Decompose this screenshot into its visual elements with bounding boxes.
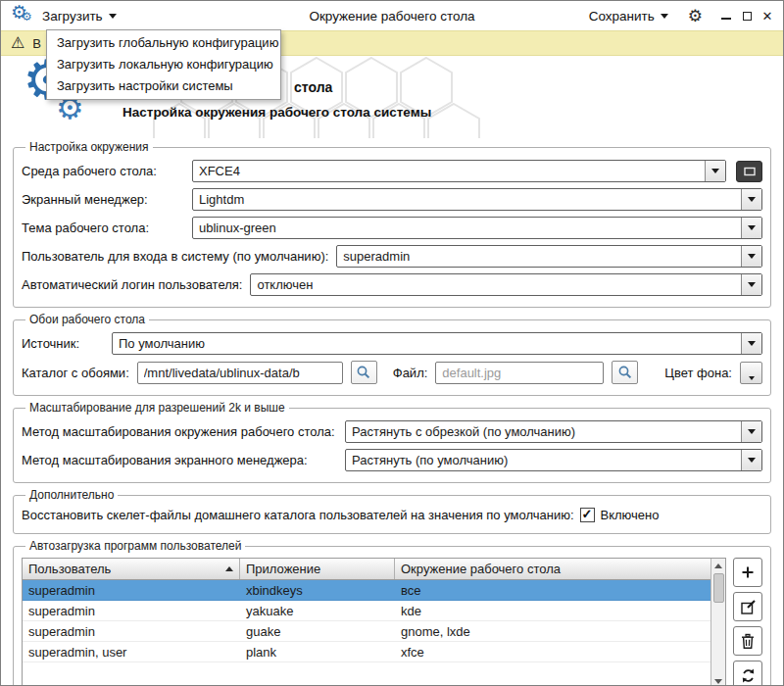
chevron-down-icon: [749, 376, 755, 380]
wallpaper-file-label: Файл:: [393, 366, 428, 380]
column-header-user[interactable]: Пользователь: [23, 559, 240, 579]
chevron-down-icon: [741, 274, 761, 295]
check-icon: ✓: [582, 508, 593, 520]
bg-color-label: Цвет фона:: [664, 366, 732, 380]
display-manager-label: Экранный менеджер:: [22, 192, 184, 207]
desktop-environment-label: Среда рабочего стола:: [22, 164, 184, 178]
chevron-down-icon: [661, 14, 668, 19]
login-user-select[interactable]: superadmin: [336, 245, 762, 268]
scaling-desktop-label: Метод масштабирования окружения рабочего…: [22, 424, 337, 439]
wallpaper-source-label: Источник:: [22, 336, 104, 351]
sort-asc-icon: [225, 566, 233, 571]
theme-select[interactable]: ublinux-green: [192, 217, 762, 239]
maximize-button[interactable]: [741, 10, 753, 22]
warning-icon: ⚠: [11, 35, 24, 51]
add-button[interactable]: [733, 558, 762, 587]
app-window: ⚙⚙ Загрузить Окружение рабочего стола Со…: [0, 0, 784, 686]
edit-icon: [740, 599, 757, 615]
extra-group-legend: Дополнительно: [25, 488, 118, 502]
chevron-down-icon: [109, 14, 117, 19]
close-button[interactable]: ✕: [761, 10, 773, 22]
refresh-icon: [740, 667, 757, 684]
delete-button[interactable]: [733, 626, 762, 656]
menu-item-load-global[interactable]: Загрузить глобальную конфигурацию: [47, 32, 280, 54]
desktop-environment-select[interactable]: XFCE4: [192, 160, 726, 182]
banner-title-fragment: стола: [294, 79, 332, 95]
load-button-label: Загрузить: [42, 9, 103, 24]
save-button-label: Сохранить: [589, 9, 655, 24]
refresh-button[interactable]: [733, 661, 762, 686]
autologin-label: Автоматический логин пользователя:: [22, 277, 242, 292]
window-title: Окружение рабочего стола: [309, 9, 474, 24]
table-row[interactable]: superadmin yakuake kde: [23, 601, 710, 621]
autostart-group-legend: Автозагрузка программ пользователей: [25, 539, 245, 553]
minimize-button[interactable]: [720, 10, 732, 22]
browse-dir-button[interactable]: [351, 361, 377, 384]
wallpaper-source-select[interactable]: По умолчанию: [112, 332, 762, 355]
theme-label: Тема рабочего стола:: [22, 220, 184, 235]
search-icon: [356, 365, 371, 380]
table-row[interactable]: superadmin guake gnome, lxde: [23, 621, 710, 642]
load-menu: Загрузить глобальную конфигурацию Загруз…: [46, 29, 281, 100]
column-header-app[interactable]: Приложение: [240, 559, 395, 579]
banner-subtitle: Настройка окружения рабочего стола систе…: [122, 105, 431, 120]
column-header-env[interactable]: Окружение рабочего стола: [395, 559, 710, 579]
chevron-down-icon: [741, 421, 761, 442]
scrollbar-thumb[interactable]: [713, 573, 724, 603]
edit-button[interactable]: [733, 592, 762, 621]
menu-item-load-local[interactable]: Загрузить локальную конфигурацию: [47, 54, 280, 75]
wallpaper-group: Обои рабочего стола Источник: По умолчан…: [13, 313, 771, 396]
extra-group: Дополнительно Восстановить скелет-файлы …: [13, 488, 771, 534]
plus-icon: [740, 564, 756, 580]
table-header: Пользователь Приложение Окружение рабоче…: [23, 559, 710, 580]
chevron-down-icon: [705, 161, 725, 181]
bg-color-button[interactable]: [740, 362, 762, 384]
chevron-down-icon: [741, 189, 761, 210]
settings-gear-icon[interactable]: ⚙: [688, 8, 703, 24]
wallpaper-dir-input[interactable]: [137, 362, 343, 384]
menu-item-load-system[interactable]: Загрузить настройки системы: [47, 75, 280, 97]
autostart-table: Пользователь Приложение Окружение рабоче…: [22, 558, 726, 686]
table-scrollbar[interactable]: [710, 559, 725, 686]
panel-icon: [743, 166, 757, 177]
skel-restore-checkbox[interactable]: ✓: [580, 508, 595, 522]
skel-restore-label: Восстановить скелет-файлы домашнего ката…: [22, 508, 574, 522]
window-controls: ✕: [720, 10, 773, 22]
scaling-group-legend: Масштабирование для разрешений 2k и выше: [25, 401, 289, 415]
env-group: Настройка окружения Среда рабочего стола…: [13, 140, 771, 308]
scroll-up-icon[interactable]: [711, 559, 725, 572]
wallpaper-dir-label: Каталог с обоями:: [22, 366, 129, 380]
desktop-environment-extra-button[interactable]: [736, 161, 762, 182]
chevron-down-icon: [741, 246, 761, 267]
login-user-label: Пользователь для входа в систему (по умо…: [22, 249, 328, 264]
chevron-down-icon: [741, 333, 761, 354]
env-group-legend: Настройка окружения: [25, 140, 153, 154]
skel-checkbox-label: Включено: [601, 508, 660, 522]
table-row[interactable]: superadmin, user plank xfce: [23, 642, 710, 662]
chevron-down-icon: [741, 218, 761, 238]
app-gears-icon: ⚙⚙: [11, 4, 36, 27]
scaling-group: Масштабирование для разрешений 2k и выше…: [13, 401, 771, 483]
warning-text: В: [32, 36, 41, 51]
chevron-down-icon: [741, 450, 761, 470]
display-manager-select[interactable]: Lightdm: [192, 188, 762, 211]
scroll-down-icon[interactable]: [711, 674, 725, 686]
autostart-group: Автозагрузка программ пользователей Поль…: [13, 539, 771, 686]
wallpaper-group-legend: Обои рабочего стола: [25, 313, 149, 326]
scaling-dm-label: Метод масштабирования экранного менеджер…: [22, 453, 337, 467]
trash-icon: [740, 633, 756, 650]
table-row[interactable]: superadmin xbindkeys все: [23, 580, 710, 601]
save-button[interactable]: Сохранить: [583, 6, 674, 26]
scaling-dm-select[interactable]: Растянуть (по умолчанию): [345, 449, 762, 471]
wallpaper-file-input[interactable]: [435, 362, 604, 384]
load-button[interactable]: Загрузить: [36, 6, 122, 26]
browse-file-button[interactable]: [612, 361, 638, 384]
search-icon: [617, 365, 633, 380]
scaling-desktop-select[interactable]: Растянуть с обрезкой (по умолчанию): [345, 420, 762, 443]
autologin-select[interactable]: отключен: [250, 273, 762, 296]
titlebar: ⚙⚙ Загрузить Окружение рабочего стола Со…: [1, 1, 783, 30]
table-actions: [733, 558, 762, 686]
